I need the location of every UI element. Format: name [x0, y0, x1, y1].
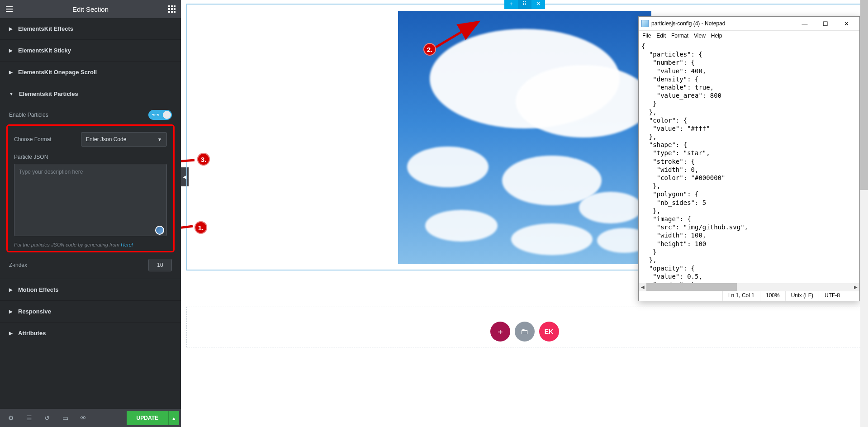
panel-body: ▶ElementsKit Effects ▶ElementsKit Sticky… — [0, 18, 181, 409]
arrow-2-icon — [432, 16, 486, 54]
annotation-badge-3: 3. — [197, 153, 210, 166]
settings-icon[interactable]: ⚙ — [2, 409, 20, 427]
helper-text: Put the particles JSON code by generatin… — [14, 242, 167, 247]
notepad-content[interactable]: { "particles": { "number": { "value": 40… — [639, 40, 859, 283]
notepad-menubar: File Edit Format View Help — [639, 30, 859, 40]
notepad-title: particlesjs-config (4) - Notepad — [651, 20, 794, 27]
caret-down-icon: ▼ — [9, 91, 14, 96]
accordion-label: Responsive — [18, 308, 51, 315]
sidebar-panel: Edit Section ▶ElementsKit Effects ▶Eleme… — [0, 0, 181, 427]
accordion-label: ElementsKit Effects — [18, 25, 73, 32]
assistant-avatar-icon[interactable] — [155, 226, 164, 235]
menu-edit[interactable]: Edit — [656, 33, 666, 39]
accordion-onepage[interactable]: ▶ElementsKit Onepage Scroll — [0, 62, 181, 83]
add-section-icon[interactable]: ＋ — [504, 0, 518, 9]
select-value: Enter Json Code — [86, 136, 126, 142]
highlighted-controls: Choose Format Enter Json Code▼ Particle … — [6, 124, 175, 252]
notepad-statusbar: Ln 1, Col 1 100% Unix (LF) UTF-8 — [639, 291, 859, 301]
generator-link[interactable]: Here! — [121, 242, 133, 247]
choose-format-label: Choose Format — [14, 136, 52, 142]
notepad-app-icon — [641, 20, 649, 27]
sidebar-footer: ⚙ ☰ ↺ ▭ 👁 UPDATE ▴ — [0, 409, 181, 427]
accordion-effects[interactable]: ▶ElementsKit Effects — [0, 18, 181, 39]
arrow-3-icon — [181, 154, 199, 169]
accordion-label: ElementsKit Onepage Scroll — [18, 69, 97, 76]
caret-right-icon: ▶ — [9, 48, 13, 53]
status-eol: Unix (LF) — [785, 291, 819, 301]
menu-help[interactable]: Help — [711, 33, 722, 39]
caret-right-icon: ▶ — [9, 287, 13, 292]
particle-json-input[interactable] — [14, 164, 167, 236]
caret-right-icon: ▶ — [9, 26, 13, 31]
navigator-icon[interactable]: ☰ — [20, 409, 38, 427]
close-section-icon[interactable]: ✕ — [531, 0, 545, 9]
toggle-knob-icon — [163, 111, 171, 119]
zindex-label: Z-index — [9, 262, 27, 268]
elementskit-icon[interactable]: EK — [539, 322, 559, 342]
status-zoom: 100% — [760, 291, 785, 301]
scroll-thumb[interactable] — [646, 283, 737, 291]
particle-json-label: Particle JSON — [14, 154, 167, 160]
enable-particles-label: Enable Particles — [9, 112, 48, 118]
notepad-h-scrollbar[interactable]: ◀ ▶ — [639, 283, 859, 291]
editor-canvas: ◀ ＋ ⠿ ✕ ＋ 🗀 EK 1. 3. 2. — [181, 0, 868, 427]
status-encoding: UTF-8 — [819, 291, 859, 301]
svg-line-3 — [181, 160, 194, 164]
status-position: Ln 1, Col 1 — [722, 291, 760, 301]
maximize-icon[interactable]: ☐ — [815, 17, 836, 30]
caret-right-icon: ▶ — [9, 70, 13, 75]
caret-down-icon: ▼ — [157, 137, 162, 142]
menu-view[interactable]: View — [694, 33, 706, 39]
edit-section-icon[interactable]: ⠿ — [518, 0, 531, 9]
accordion-label: ElementsKit Sticky — [18, 47, 71, 54]
menu-file[interactable]: File — [642, 33, 651, 39]
notepad-titlebar[interactable]: particlesjs-config (4) - Notepad — ☐ ✕ — [639, 17, 859, 30]
scroll-right-icon[interactable]: ▶ — [852, 283, 859, 291]
svg-line-1 — [181, 226, 193, 232]
preview-icon[interactable]: 👁 — [74, 409, 92, 427]
choose-format-select[interactable]: Enter Json Code▼ — [81, 132, 167, 147]
scroll-left-icon[interactable]: ◀ — [639, 283, 646, 291]
accordion-label: Attributes — [18, 330, 46, 337]
add-widget-icon[interactable]: ＋ — [490, 322, 510, 342]
accordion-label: Motion Effects — [18, 286, 59, 293]
caret-right-icon: ▶ — [9, 309, 13, 314]
history-icon[interactable]: ↺ — [38, 409, 56, 427]
scroll-thumb[interactable] — [860, 0, 868, 190]
panel-title: Edit Section — [18, 5, 163, 13]
add-section-placeholder[interactable]: ＋ 🗀 EK — [186, 307, 863, 347]
accordion-motion[interactable]: ▶Motion Effects — [0, 279, 181, 300]
enable-particles-toggle[interactable]: YES — [148, 110, 172, 120]
annotation-badge-1: 1. — [194, 221, 207, 234]
menu-icon[interactable] — [0, 6, 18, 12]
widgets-icon[interactable] — [163, 5, 181, 13]
accordion-label: Elementskit Particles — [19, 90, 78, 97]
toggle-text: YES — [152, 113, 159, 117]
caret-right-icon: ▶ — [9, 331, 13, 336]
notepad-window[interactable]: particlesjs-config (4) - Notepad — ☐ ✕ F… — [638, 16, 860, 301]
annotation-badge-2: 2. — [423, 43, 436, 56]
particles-content: Enable Particles YES Choose Format Enter… — [0, 104, 181, 271]
accordion-particles[interactable]: ▼Elementskit Particles — [0, 83, 181, 104]
svg-line-5 — [432, 22, 479, 50]
responsive-icon[interactable]: ▭ — [56, 409, 74, 427]
sidebar-header: Edit Section — [0, 0, 181, 18]
zindex-input[interactable] — [148, 259, 172, 271]
accordion-sticky[interactable]: ▶ElementsKit Sticky — [0, 40, 181, 61]
minimize-icon[interactable]: — — [794, 17, 815, 30]
update-button[interactable]: UPDATE — [127, 411, 168, 425]
page-scrollbar[interactable] — [860, 0, 868, 427]
accordion-attributes[interactable]: ▶Attributes — [0, 323, 181, 344]
update-caret-icon[interactable]: ▴ — [168, 411, 179, 425]
accordion-responsive[interactable]: ▶Responsive — [0, 301, 181, 322]
template-library-icon[interactable]: 🗀 — [515, 322, 535, 342]
menu-format[interactable]: Format — [671, 33, 688, 39]
close-icon[interactable]: ✕ — [836, 17, 857, 30]
section-handle[interactable]: ＋ ⠿ ✕ — [504, 0, 545, 9]
